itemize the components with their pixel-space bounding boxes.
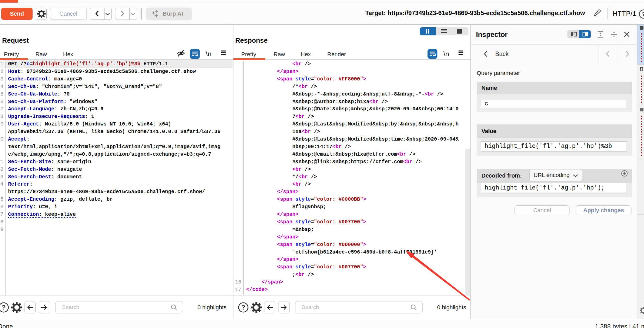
- svg-text:?: ?: [2, 304, 6, 311]
- svg-text:?: ?: [642, 11, 644, 17]
- svg-text:?: ?: [242, 304, 245, 311]
